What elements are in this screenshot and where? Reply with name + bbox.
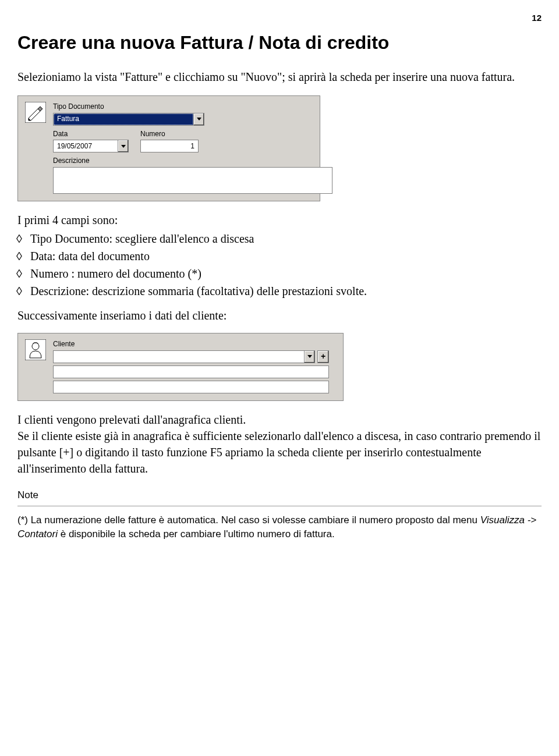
descrizione-input[interactable] (53, 167, 332, 194)
numero-label: Numero (140, 129, 199, 139)
note-heading: Note (17, 488, 542, 502)
page-heading: Creare una nuova Fattura / Nota di credi… (17, 30, 542, 56)
divider (17, 506, 542, 506)
dropdown-icon[interactable] (118, 140, 128, 152)
numero-input[interactable]: 1 (140, 140, 199, 152)
note-text-part2: è disponibile la scheda per cambiare l'u… (58, 528, 335, 540)
data-label: Data (53, 129, 129, 139)
descrizione-label: Descrizione (53, 156, 332, 166)
bullet-item: Numero : numero del documento (*) (30, 265, 542, 282)
dropdown-icon[interactable] (304, 351, 314, 363)
svg-point-2 (32, 343, 39, 350)
bullet-item: Tipo Documento: scegliere dall'elenco a … (30, 230, 542, 247)
client-icon (25, 339, 46, 360)
cliente-panel: Cliente + (17, 333, 344, 401)
data-input[interactable]: 19/05/2007 (53, 140, 129, 152)
fields-intro: I primi 4 campi sono: (17, 212, 542, 228)
page-number: 12 (17, 12, 542, 24)
cliente-label: Cliente (53, 339, 336, 349)
paragraph-cliente-instructions: Se il cliente esiste già in anagrafica è… (17, 428, 542, 477)
intro-paragraph: Selezioniamo la vista "Fatture" e clicch… (17, 69, 542, 85)
cliente-select[interactable] (53, 350, 315, 363)
cliente-address-line2[interactable] (53, 381, 329, 393)
paragraph-anagrafica: I clienti vengono prelevati dall'anagraf… (17, 411, 542, 428)
tipo-documento-label: Tipo Documento (53, 102, 332, 112)
tipo-documento-value: Fattura (54, 113, 193, 125)
data-value: 19/05/2007 (54, 140, 118, 152)
cliente-address-line1[interactable] (53, 365, 329, 378)
dropdown-icon[interactable] (193, 113, 204, 125)
pencil-icon (25, 102, 46, 123)
tipo-documento-select[interactable]: Fattura (53, 113, 204, 126)
bullet-item: Descrizione: descrizione sommaria (facol… (30, 283, 542, 299)
note-text: (*) La numerazione delle fatture è autom… (17, 513, 542, 542)
note-text-part1: (*) La numerazione delle fatture è autom… (17, 514, 480, 526)
bullet-item: Data: data del documento (30, 248, 542, 264)
field-bullet-list: Tipo Documento: scegliere dall'elenco a … (30, 230, 542, 299)
cliente-value (54, 351, 304, 363)
add-cliente-button[interactable]: + (317, 350, 329, 363)
paragraph-clienti-intro: Successivamente inseriamo i dati del cli… (17, 307, 542, 324)
document-header-panel: Tipo Documento Fattura Data 19/05/2007 N… (17, 95, 320, 201)
